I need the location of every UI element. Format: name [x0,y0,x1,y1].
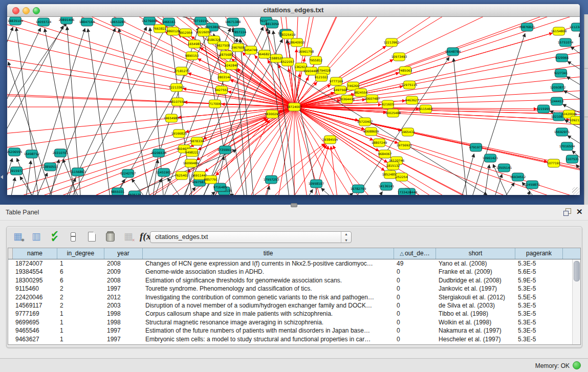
window-resize-grip[interactable] [572,187,579,194]
network-node[interactable]: 9505135 [128,191,142,195]
column-header-in_degree[interactable]: in_degree [57,248,104,259]
network-node[interactable]: 10719155 [193,17,209,25]
cell-short[interactable]: Nakamura et al. (1997) [436,326,515,335]
network-node[interactable]: 16782759 [351,185,366,193]
network-node[interactable]: 2803144 [217,73,231,81]
network-node[interactable]: 9890153 [185,52,199,60]
network-node[interactable]: 18300295 [265,110,280,118]
network-node[interactable]: 17016504 [559,142,575,150]
cell-year[interactable]: 1997 [104,335,143,343]
cell-out_de[interactable]: 0 [394,293,436,301]
network-node[interactable]: 2875685 [220,51,233,59]
table-row[interactable]: 1456911722003Disruption of a novel membe… [8,301,573,310]
network-node[interactable]: 6497568 [334,86,347,94]
network-node[interactable]: 7857224 [233,28,247,36]
network-node[interactable]: 20876821 [519,23,535,31]
network-node[interactable]: 18835104 [8,17,24,25]
cell-out_de[interactable]: 49 [394,259,436,268]
show-columns-icon[interactable]: ▥ [29,229,43,244]
network-node[interactable]: 23226058 [196,28,212,36]
cell-year[interactable]: 2009 [104,268,143,276]
table-row[interactable]: 969969511998Structural magnetic resonanc… [8,318,573,326]
cell-short[interactable]: Dudbridge et al. (2008) [436,276,515,285]
network-node[interactable]: 16648784 [445,48,461,56]
cell-out_de[interactable]: 0 [394,276,436,285]
table-row[interactable]: 977716911998Corpus callosum shape and si… [8,310,573,318]
network-canvas[interactable]: 1883510414055724208914061884716410653287… [7,17,580,195]
cell-name[interactable]: 18724007 [13,259,57,268]
network-node[interactable]: 17957253 [264,176,279,184]
cell-in_degree[interactable]: 2 [57,285,104,293]
cell-short[interactable]: Franke et al. (2009) [436,268,515,276]
network-node[interactable]: 8215955 [537,105,551,113]
network-node[interactable]: 11156863 [70,168,86,176]
network-node[interactable]: 9716485 [213,183,227,191]
network-node[interactable]: 14055724 [36,18,52,26]
cell-year[interactable]: 1997 [104,326,143,335]
network-node[interactable]: 9855031 [111,188,125,195]
cell-name[interactable]: 19384554 [13,268,57,276]
network-node[interactable]: 1815132 [386,162,400,170]
cell-pagerank[interactable]: 5.3E-5 [515,259,563,268]
cell-pagerank[interactable]: 5.6E-5 [515,268,563,276]
network-node[interactable]: 20364436 [339,95,355,103]
cell-title[interactable]: Structural magnetic resonance image aver… [143,318,394,326]
cell-pagerank[interactable]: 5.3E-5 [515,326,563,335]
cell-out_de[interactable]: 0 [394,318,436,326]
cell-title[interactable]: Changes of HCN gene expression and I(f) … [143,259,394,268]
cell-name[interactable]: 9115460 [13,285,57,293]
cell-pagerank[interactable]: 5.3E-5 [515,301,563,310]
table-mode-icon[interactable]: ▦✱ [11,229,25,244]
cell-title[interactable]: Disruption of a novel member of a sodium… [143,301,394,310]
network-node[interactable]: 9242848 [225,61,238,70]
cell-short[interactable]: Tibbo et al. (1998) [436,310,515,318]
network-node[interactable]: 8427552 [215,86,229,94]
select-all-columns-icon[interactable]: ✔ ✔ [48,229,62,244]
float-panel-icon[interactable] [563,208,572,216]
cell-name[interactable]: 9777169 [13,310,57,318]
network-node[interactable]: 13850511 [42,163,58,171]
cell-in_degree[interactable]: 6 [57,276,104,285]
network-node[interactable]: 19384554 [322,136,338,144]
table-row[interactable]: 1938455462009Genome-wide association stu… [8,268,573,276]
cell-year[interactable]: 2012 [104,293,143,301]
network-node[interactable]: 9824554 [354,89,368,97]
network-node[interactable]: 9857791 [204,176,218,184]
network-node[interactable]: 10973493 [391,53,407,61]
cell-short[interactable]: Yano et al. (2008) [436,259,515,268]
cell-out_de[interactable]: 0 [394,326,436,335]
network-node[interactable]: 17359914 [217,146,233,154]
network-node[interactable]: 12213967 [384,38,400,47]
network-node[interactable]: 621605 [382,100,394,108]
scrollbar-thumb[interactable] [574,261,580,281]
cell-name[interactable]: 9465546 [13,326,57,335]
window-titlebar[interactable]: citations_edges.txt [7,4,580,17]
network-node[interactable]: 1077191 [547,159,561,167]
network-node[interactable]: 5498222 [185,148,199,157]
network-node[interactable]: 19166825 [171,129,187,138]
cell-title[interactable]: Estimation of the future numbers of pati… [143,326,394,335]
network-node[interactable]: 12242757 [120,169,136,178]
splitter-handle[interactable] [291,203,297,207]
column-header-name[interactable]: name [13,248,57,259]
network-node[interactable]: 1654981 [188,40,202,48]
delete-table-icon[interactable]: ▦✕ [121,229,136,244]
network-node[interactable]: 15276002 [142,17,158,25]
network-node[interactable]: 15751074 [558,38,574,47]
cell-name[interactable]: 9463627 [13,335,57,343]
network-node[interactable]: 10688609 [363,127,379,136]
cell-title[interactable]: Genome-wide association studies in ADHD. [143,268,394,276]
network-node[interactable]: 7625402 [175,171,189,180]
network-node[interactable]: 1965432 [401,128,415,136]
cell-year[interactable]: 2003 [104,301,143,310]
network-node[interactable]: 11123451 [570,23,580,31]
cell-out_de[interactable]: 0 [394,301,436,310]
network-node[interactable]: 1733426 [398,188,411,195]
column-header-title[interactable]: title [143,248,394,259]
network-node[interactable]: 1092134 [570,116,580,124]
network-node[interactable]: 9115460 [419,105,433,113]
network-node[interactable]: 9684067 [378,150,392,158]
network-node[interactable]: 13505141 [496,164,512,172]
cell-in_degree[interactable]: 1 [57,310,104,318]
network-node[interactable]: 9777169 [330,77,343,85]
